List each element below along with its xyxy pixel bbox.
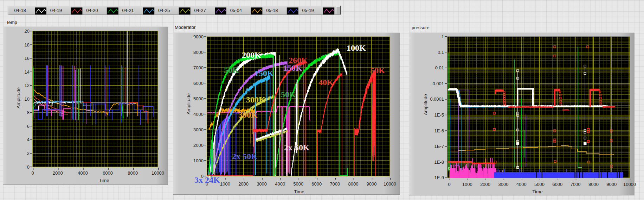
- svg-text:12: 12: [25, 83, 30, 88]
- svg-text:04-19: 04-19: [50, 8, 62, 13]
- svg-text:2000: 2000: [480, 182, 490, 187]
- svg-text:0.01: 0.01: [435, 65, 444, 70]
- svg-text:04-21: 04-21: [122, 8, 134, 13]
- svg-text:14: 14: [25, 69, 30, 75]
- svg-text:04-25: 04-25: [158, 8, 170, 13]
- svg-text:6000: 6000: [311, 181, 322, 187]
- svg-text:Amplitude: Amplitude: [186, 93, 191, 114]
- svg-text:1E-5: 1E-5: [434, 112, 444, 118]
- svg-text:4000: 4000: [516, 182, 527, 187]
- svg-text:5000: 5000: [293, 181, 303, 187]
- svg-text:Moderator: Moderator: [175, 25, 196, 30]
- svg-text:6000: 6000: [103, 170, 113, 176]
- svg-text:1: 1: [442, 34, 444, 39]
- svg-text:8000: 8000: [193, 50, 204, 55]
- svg-text:2x 50K: 2x 50K: [284, 143, 310, 152]
- svg-text:3000: 3000: [257, 181, 267, 187]
- svg-text:3x 24K: 3x 24K: [194, 175, 220, 185]
- svg-text:4: 4: [27, 137, 30, 142]
- svg-text:Amplitude: Amplitude: [16, 87, 21, 108]
- svg-text:8000: 8000: [348, 181, 358, 187]
- svg-text:7000: 7000: [571, 182, 581, 187]
- svg-text:2000: 2000: [193, 143, 204, 148]
- svg-text:5000: 5000: [193, 96, 204, 101]
- svg-text:9000: 9000: [606, 182, 617, 187]
- svg-text:04-20: 04-20: [86, 8, 98, 13]
- svg-text:0: 0: [448, 182, 450, 187]
- svg-text:1000: 1000: [462, 182, 472, 187]
- svg-text:1E-9: 1E-9: [434, 175, 444, 180]
- svg-text:300K: 300K: [246, 95, 265, 104]
- svg-text:0.001: 0.001: [432, 81, 444, 86]
- svg-text:16: 16: [25, 56, 30, 61]
- svg-text:2x 50K: 2x 50K: [232, 152, 258, 161]
- svg-text:1E-7: 1E-7: [434, 144, 444, 149]
- svg-text:1000: 1000: [193, 158, 204, 163]
- svg-text:6: 6: [27, 124, 30, 129]
- svg-text:10000: 10000: [384, 181, 396, 187]
- svg-text:05-04: 05-04: [230, 8, 242, 13]
- svg-text:100K: 100K: [347, 43, 366, 52]
- svg-text:04-27: 04-27: [194, 8, 206, 13]
- svg-text:18: 18: [25, 42, 30, 48]
- svg-text:50K: 50K: [281, 90, 296, 99]
- svg-text:0: 0: [31, 170, 34, 176]
- svg-text:Time: Time: [532, 189, 543, 194]
- svg-text:9000: 9000: [193, 34, 204, 39]
- svg-text:10: 10: [25, 96, 30, 102]
- svg-text:9000: 9000: [367, 181, 377, 187]
- svg-text:05-19: 05-19: [302, 8, 314, 13]
- svg-text:50K: 50K: [224, 65, 239, 75]
- svg-text:50K: 50K: [370, 66, 385, 75]
- svg-text:0.1: 0.1: [438, 50, 444, 55]
- svg-text:20: 20: [25, 29, 30, 34]
- svg-text:150K: 150K: [255, 69, 274, 78]
- svg-text:4000: 4000: [78, 170, 88, 176]
- svg-text:04-18: 04-18: [14, 8, 26, 13]
- svg-text:7000: 7000: [330, 181, 340, 187]
- svg-text:8000: 8000: [588, 182, 599, 187]
- svg-text:Time: Time: [294, 189, 304, 194]
- svg-text:Amplitude: Amplitude: [423, 94, 428, 115]
- svg-text:4000: 4000: [193, 112, 204, 117]
- svg-text:5000: 5000: [534, 182, 545, 187]
- svg-text:10000: 10000: [152, 170, 164, 176]
- svg-text:1000: 1000: [220, 181, 230, 187]
- svg-text:7000: 7000: [193, 65, 204, 70]
- svg-text:3000: 3000: [193, 127, 204, 132]
- svg-text:6000: 6000: [193, 81, 204, 86]
- svg-text:260K: 260K: [289, 56, 308, 65]
- svg-text:40K: 40K: [318, 78, 334, 87]
- svg-text:Time: Time: [99, 178, 109, 183]
- svg-text:0: 0: [27, 164, 30, 170]
- svg-text:Temp: Temp: [6, 20, 17, 25]
- svg-text:8: 8: [27, 110, 30, 115]
- svg-text:1E-6: 1E-6: [434, 128, 444, 133]
- svg-text:2000: 2000: [238, 181, 249, 187]
- svg-text:1E-8: 1E-8: [434, 160, 444, 165]
- svg-text:10000: 10000: [623, 182, 636, 187]
- svg-text:2: 2: [27, 151, 30, 156]
- svg-text:6000: 6000: [552, 182, 562, 187]
- svg-text:0.0001: 0.0001: [430, 96, 444, 102]
- svg-text:3000: 3000: [498, 182, 508, 187]
- svg-text:05-18: 05-18: [266, 8, 278, 13]
- svg-text:2000: 2000: [53, 170, 63, 176]
- svg-text:300K: 300K: [238, 110, 258, 119]
- svg-text:8000: 8000: [128, 170, 138, 176]
- svg-text:4000: 4000: [275, 181, 285, 187]
- svg-text:pressure: pressure: [412, 25, 430, 30]
- svg-text:200K: 200K: [242, 50, 261, 60]
